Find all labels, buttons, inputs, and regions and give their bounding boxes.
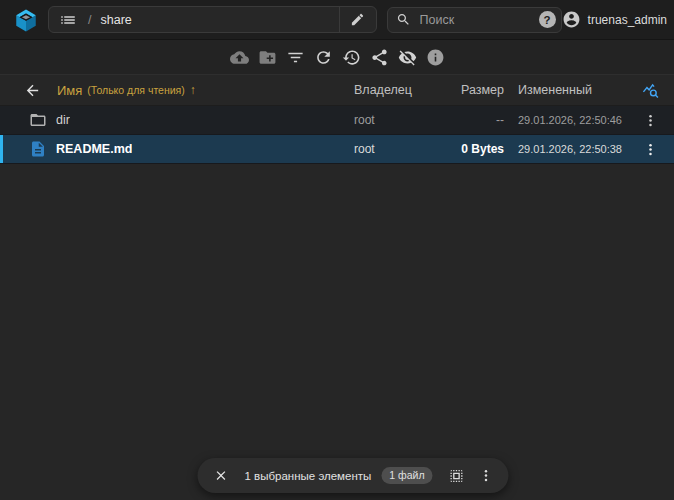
column-header-owner[interactable]: Владелец <box>354 83 442 97</box>
file-size: -- <box>442 113 504 127</box>
row-menu-button[interactable] <box>638 137 662 161</box>
selection-count-label: 1 выбранные элементы <box>244 470 371 482</box>
help-glyph: ? <box>544 14 551 26</box>
read-only-note: (Только для чтения) <box>87 84 184 96</box>
edit-path-button[interactable] <box>340 7 376 33</box>
selection-type-badge: 1 файл <box>381 467 432 484</box>
row-menu-button[interactable] <box>638 108 662 132</box>
selection-bar: 1 выбранные элементы 1 файл <box>197 458 508 493</box>
filter-button[interactable] <box>286 48 305 67</box>
truenas-logo-icon <box>13 7 39 33</box>
file-actions-toolbar <box>0 40 674 75</box>
arrow-back-icon <box>24 82 41 99</box>
query-filter-button[interactable] <box>639 79 661 101</box>
back-button[interactable] <box>20 78 44 102</box>
sort-ascending-icon[interactable]: ↑ <box>190 83 196 97</box>
column-header-name[interactable]: Имя <box>57 83 82 98</box>
pencil-icon <box>350 12 365 27</box>
search-box[interactable]: ? <box>387 7 562 33</box>
history-icon <box>342 48 361 67</box>
info-icon <box>426 48 445 67</box>
info-button[interactable] <box>426 48 445 67</box>
kebab-menu-icon <box>478 468 493 483</box>
toggle-hidden-files-button[interactable] <box>398 48 417 67</box>
history-button[interactable] <box>342 48 361 67</box>
help-button[interactable]: ? <box>539 11 556 28</box>
folder-icon <box>29 111 47 129</box>
search-icon <box>396 12 411 27</box>
breadcrumb[interactable]: / share <box>48 6 377 33</box>
file-modified: 29.01.2026, 22:50:46 <box>504 114 630 126</box>
breadcrumb-path[interactable]: share <box>100 13 131 27</box>
select-all-button[interactable] <box>446 465 468 487</box>
filter-list-icon <box>286 48 305 67</box>
share-button[interactable] <box>370 48 389 67</box>
refresh-button[interactable] <box>314 48 333 67</box>
kebab-menu-icon <box>643 113 658 128</box>
kebab-menu-icon <box>643 142 658 157</box>
column-header-modified[interactable]: Измененный <box>504 83 630 97</box>
file-size: 0 Bytes <box>442 142 504 156</box>
file-icon <box>29 140 47 158</box>
query-stats-icon <box>642 82 659 99</box>
breadcrumb-root-slash: / <box>88 13 91 27</box>
cloud-upload-icon <box>230 48 249 67</box>
file-name: dir <box>56 113 70 127</box>
file-owner: root <box>354 142 442 156</box>
create-new-folder-icon <box>258 48 277 67</box>
search-input[interactable] <box>420 13 539 27</box>
selection-menu-button[interactable] <box>476 465 496 487</box>
share-icon <box>370 48 389 67</box>
file-owner: root <box>354 113 442 127</box>
upload-button[interactable] <box>230 48 249 67</box>
visibility-off-icon <box>398 48 417 67</box>
user-menu[interactable]: truenas_admin <box>562 10 667 29</box>
top-bar: / share ? truenas_admin <box>0 0 674 40</box>
table-row-readme[interactable]: README.md root 0 Bytes 29.01.2026, 22:50… <box>0 135 674 164</box>
account-circle-icon <box>562 10 581 29</box>
file-list-header: Имя (Только для чтения) ↑ Владелец Разме… <box>0 75 674 106</box>
column-header-size[interactable]: Размер <box>442 83 504 97</box>
select-all-icon <box>449 468 465 484</box>
close-icon <box>213 468 228 483</box>
refresh-icon <box>314 48 333 67</box>
file-name: README.md <box>56 142 132 156</box>
file-modified: 29.01.2026, 22:50:38 <box>504 143 630 155</box>
list-icon <box>59 11 77 29</box>
username-label: truenas_admin <box>588 13 667 27</box>
table-row-dir[interactable]: dir root -- 29.01.2026, 22:50:46 <box>0 106 674 135</box>
clear-selection-button[interactable] <box>209 465 231 487</box>
new-folder-button[interactable] <box>258 48 277 67</box>
